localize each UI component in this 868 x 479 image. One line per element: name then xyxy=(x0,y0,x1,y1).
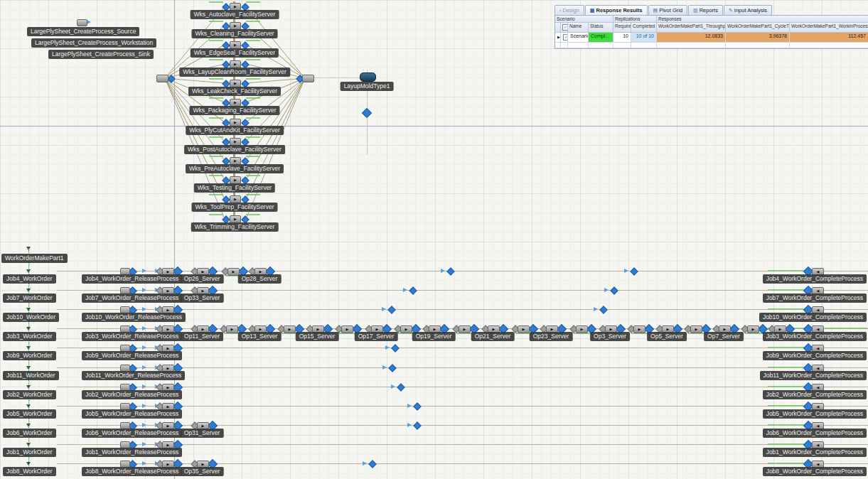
op-server-icon[interactable]: ▶ xyxy=(633,325,645,333)
entity-diamond[interactable] xyxy=(446,267,454,275)
label-facility-server[interactable]: Wks_Testing_FacilityServer xyxy=(194,183,275,193)
entity-arrow-icon[interactable] xyxy=(142,326,146,330)
label-facility-server[interactable]: Wks_LeakCheck_FacilityServer xyxy=(188,87,281,96)
label-complete-process[interactable]: Job7_WorkOrder_CompleteProcess xyxy=(763,294,867,303)
entity-arrow-icon[interactable] xyxy=(604,288,609,292)
label-workordermakepart1[interactable]: WorkOrderMakePart1 xyxy=(1,254,68,263)
tab-pivot-grid[interactable]: ▤Pivot Grid xyxy=(648,5,688,15)
label-createprocess-source[interactable]: LargePlySheet_CreateProcess_Source xyxy=(27,27,139,36)
label-op-server[interactable]: Op35_Server xyxy=(181,467,224,476)
cell-required[interactable]: 10 xyxy=(614,33,631,43)
label-complete-process[interactable]: Job2_WorkOrder_CompleteProcess xyxy=(763,390,867,399)
op-server-icon[interactable]: ▶ xyxy=(400,325,412,333)
entity-arrow-icon[interactable] xyxy=(407,423,412,427)
entity-arrow-icon[interactable] xyxy=(142,423,146,427)
cell-scenario-name[interactable]: Scenario1 xyxy=(568,33,589,43)
label-complete-process[interactable]: Job10_WorkOrder_CompleteProcess xyxy=(759,313,867,322)
label-release-process[interactable]: Job11_WorkOrder_ReleaseProcess xyxy=(82,371,185,380)
entity-arrow-icon[interactable] xyxy=(403,288,407,292)
source-icon[interactable] xyxy=(77,19,87,26)
entity-diamond[interactable] xyxy=(388,364,396,372)
entity-arrow-icon[interactable] xyxy=(142,442,146,446)
tab-input-analysis[interactable]: ✎Input Analysis xyxy=(724,5,772,15)
label-complete-process[interactable]: Job8_WorkOrder_CompleteProcess xyxy=(763,467,867,476)
entity-arrow-icon[interactable] xyxy=(142,365,146,370)
label-release-process[interactable]: Job2_WorkOrder_ReleaseProcess xyxy=(82,390,182,399)
entity-diamond[interactable] xyxy=(409,286,417,294)
label-op-server[interactable]: Op15_Server xyxy=(296,332,339,341)
label-op-server[interactable]: Op19_Server xyxy=(412,332,456,341)
label-op-server[interactable]: Op11_Server xyxy=(181,332,223,341)
label-complete-process[interactable]: Job11_WorkOrder_CompleteProcess xyxy=(760,371,867,380)
fan-left-node-icon[interactable] xyxy=(156,75,168,82)
label-job-workorder[interactable]: Job4_WorkOrder xyxy=(3,274,56,284)
label-complete-process[interactable]: Job5_WorkOrder_CompleteProcess xyxy=(763,409,867,419)
label-facility-server[interactable]: Wks_Trimming_FacilityServer xyxy=(191,222,279,232)
label-release-process[interactable]: Job4_WorkOrder_ReleaseProcess xyxy=(82,274,182,284)
label-complete-process[interactable]: Job1_WorkOrder_CompleteProcess xyxy=(763,448,867,457)
tab-design[interactable]: ▫Design xyxy=(554,5,584,15)
label-op-server[interactable]: Op3_Server xyxy=(590,332,630,341)
label-complete-process[interactable]: Job6_WorkOrder_CompleteProcess xyxy=(763,429,867,438)
header-checkbox[interactable]: ✓ xyxy=(562,24,568,31)
label-facility-server[interactable]: Wks_PreAutoclave_FacilityServer xyxy=(186,164,284,173)
label-layup-mold[interactable]: LayupMoldType1 xyxy=(341,82,394,91)
entity-arrow-icon[interactable] xyxy=(142,288,146,292)
label-release-process[interactable]: Job3_WorkOrder_ReleaseProcess xyxy=(82,332,182,341)
entity-diamond[interactable] xyxy=(368,460,376,468)
op-server-icon[interactable]: ▶ xyxy=(690,325,702,333)
label-release-process[interactable]: Job6_WorkOrder_ReleaseProcess xyxy=(82,429,182,438)
entity-diamond[interactable] xyxy=(397,383,404,391)
tab-response-results[interactable]: ▦Response Results xyxy=(585,5,648,15)
label-job-workorder[interactable]: Job9_WorkOrder xyxy=(3,351,56,360)
label-facility-server[interactable]: Wks_PlyCutAndKit_FacilityServer xyxy=(186,126,284,135)
label-facility-server[interactable]: Wks_Cleaning_FacilityServer xyxy=(191,29,277,38)
label-op-server[interactable]: Op13_Server xyxy=(238,332,282,341)
op-server-icon[interactable]: ▶ xyxy=(226,325,238,333)
label-op-server[interactable]: Op26_Server xyxy=(181,274,224,284)
entity-arrow-icon[interactable] xyxy=(142,461,146,465)
op-server-icon[interactable]: ▶ xyxy=(459,325,471,333)
entity-diamond[interactable] xyxy=(387,306,395,313)
entity-arrow-icon[interactable] xyxy=(142,384,146,389)
label-facility-server[interactable]: Wks_LayupCleanRoom_FacilityServer xyxy=(179,68,290,77)
op-server-icon[interactable]: ▶ xyxy=(518,325,530,333)
entity-arrow-icon[interactable] xyxy=(407,404,412,408)
column-header-checkbox[interactable]: ✓ xyxy=(561,23,568,33)
entity-arrow-icon[interactable] xyxy=(391,384,395,389)
label-op-server[interactable]: Op33_Server xyxy=(181,294,224,303)
label-job-workorder[interactable]: Job11_WorkOrder xyxy=(3,371,59,380)
label-facility-server[interactable]: Wks_PostAutoclave_FacilityServer xyxy=(184,145,285,154)
label-facility-server[interactable]: Wks_ToolPrep_FacilityServer xyxy=(191,203,277,212)
label-op-server[interactable]: Op28_Server xyxy=(238,274,282,284)
label-createprocess-sink[interactable]: LargePlySheet_CreateProcess_Sink xyxy=(48,50,154,59)
entity-arrow-icon[interactable] xyxy=(142,307,146,311)
layup-mold-icon[interactable] xyxy=(360,72,376,82)
label-op-server[interactable]: Op21_Server xyxy=(471,332,515,341)
label-release-process[interactable]: Job9_WorkOrder_ReleaseProcess xyxy=(82,351,182,360)
label-release-process[interactable]: Job8_WorkOrder_ReleaseProcess xyxy=(82,467,182,476)
entity-diamond[interactable] xyxy=(599,306,607,313)
label-release-process[interactable]: Job1_WorkOrder_ReleaseProcess xyxy=(82,448,182,457)
label-facility-server[interactable]: Wks_Packaging_FacilityServer xyxy=(189,106,279,115)
label-job-workorder[interactable]: Job10_WorkOrder xyxy=(3,313,59,322)
entity-diamond[interactable] xyxy=(391,344,399,352)
entity-arrow-icon[interactable] xyxy=(382,307,386,311)
entity-diamond[interactable] xyxy=(610,286,618,294)
entity-arrow-icon[interactable] xyxy=(382,365,387,370)
label-facility-server[interactable]: Wks_EdgeSeal_FacilityServer xyxy=(191,48,279,58)
entity-arrow-icon[interactable] xyxy=(142,269,146,273)
label-job-workorder[interactable]: Job6_WorkOrder xyxy=(3,429,56,438)
label-job-workorder[interactable]: Job5_WorkOrder xyxy=(3,409,56,419)
row-checkbox-cell[interactable]: ✓ xyxy=(561,33,568,43)
fan-right-node-icon[interactable] xyxy=(302,75,314,82)
label-job-workorder[interactable]: Job8_WorkOrder xyxy=(3,467,56,476)
label-op-server[interactable]: Op31_Server xyxy=(181,429,224,438)
tab-reports[interactable]: ▥Reports xyxy=(688,5,723,15)
label-release-process[interactable]: Job7_WorkOrder_ReleaseProcess xyxy=(82,294,182,303)
label-op-server[interactable]: Op23_Server xyxy=(530,332,573,341)
op-server-icon[interactable]: ▶ xyxy=(341,325,353,333)
label-job-workorder[interactable]: Job2_WorkOrder xyxy=(3,390,56,399)
entity-arrow-icon[interactable] xyxy=(142,404,146,408)
label-op-server[interactable]: Op5_Server xyxy=(647,332,687,341)
